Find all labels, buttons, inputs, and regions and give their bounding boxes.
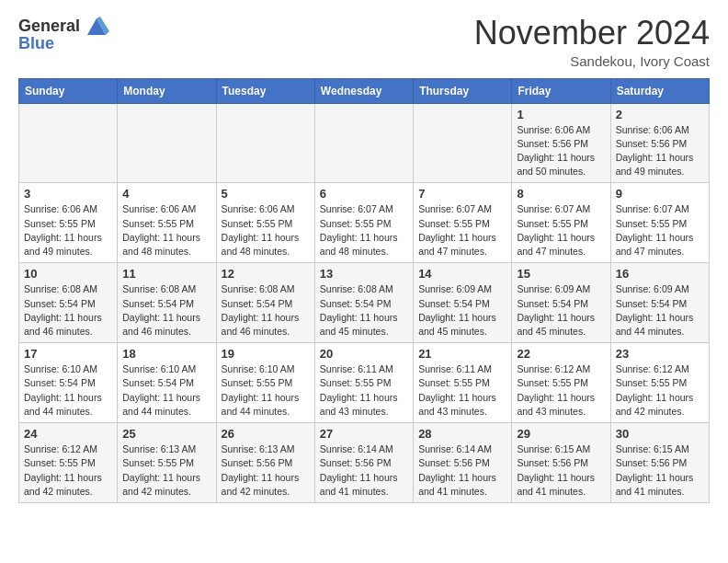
day-detail: Sunrise: 6:07 AMSunset: 5:55 PMDaylight:…: [320, 202, 408, 259]
day-cell: 20Sunrise: 6:11 AMSunset: 5:55 PMDayligh…: [314, 343, 413, 423]
day-cell: 27Sunrise: 6:14 AMSunset: 5:56 PMDayligh…: [314, 423, 413, 503]
day-number: 26: [222, 427, 310, 441]
day-detail: Sunrise: 6:08 AMSunset: 5:54 PMDaylight:…: [122, 282, 210, 339]
day-number: 28: [418, 427, 506, 441]
day-detail: Sunrise: 6:15 AMSunset: 5:56 PMDaylight:…: [517, 442, 605, 499]
day-number: 19: [222, 347, 310, 361]
day-detail: Sunrise: 6:08 AMSunset: 5:54 PMDaylight:…: [24, 282, 112, 339]
day-number: 23: [616, 347, 704, 361]
day-cell: [314, 103, 413, 183]
weekday-header-wednesday: Wednesday: [314, 78, 413, 103]
day-number: 21: [418, 347, 506, 361]
day-number: 24: [24, 427, 112, 441]
day-detail: Sunrise: 6:10 AMSunset: 5:55 PMDaylight:…: [222, 362, 310, 419]
weekday-header-tuesday: Tuesday: [216, 78, 314, 103]
day-cell: 26Sunrise: 6:13 AMSunset: 5:56 PMDayligh…: [216, 423, 314, 503]
day-detail: Sunrise: 6:12 AMSunset: 5:55 PMDaylight:…: [616, 362, 704, 419]
day-detail: Sunrise: 6:07 AMSunset: 5:55 PMDaylight:…: [616, 202, 704, 259]
day-cell: 4Sunrise: 6:06 AMSunset: 5:55 PMDaylight…: [118, 183, 216, 263]
day-cell: [216, 103, 314, 183]
location: Sandekou, Ivory Coast: [474, 53, 710, 69]
day-detail: Sunrise: 6:06 AMSunset: 5:55 PMDaylight:…: [222, 202, 310, 259]
calendar-header: SundayMondayTuesdayWednesdayThursdayFrid…: [19, 78, 710, 103]
title-block: November 2024 Sandekou, Ivory Coast: [474, 15, 710, 69]
day-number: 2: [616, 108, 704, 121]
weekday-header-monday: Monday: [118, 78, 216, 103]
day-detail: Sunrise: 6:11 AMSunset: 5:55 PMDaylight:…: [418, 362, 506, 419]
day-detail: Sunrise: 6:06 AMSunset: 5:55 PMDaylight:…: [24, 202, 112, 259]
day-detail: Sunrise: 6:13 AMSunset: 5:55 PMDaylight:…: [122, 442, 210, 499]
day-number: 17: [24, 347, 112, 361]
calendar-table: SundayMondayTuesdayWednesdayThursdayFrid…: [18, 78, 710, 503]
day-cell: 15Sunrise: 6:09 AMSunset: 5:54 PMDayligh…: [512, 263, 610, 343]
day-detail: Sunrise: 6:08 AMSunset: 5:54 PMDaylight:…: [320, 282, 408, 339]
day-cell: 9Sunrise: 6:07 AMSunset: 5:55 PMDaylight…: [610, 183, 709, 263]
day-number: 15: [517, 267, 605, 281]
day-number: 14: [418, 267, 506, 281]
logo-text: General: [18, 17, 80, 36]
day-cell: 16Sunrise: 6:09 AMSunset: 5:54 PMDayligh…: [610, 263, 709, 343]
day-detail: Sunrise: 6:12 AMSunset: 5:55 PMDaylight:…: [24, 442, 112, 499]
day-detail: Sunrise: 6:07 AMSunset: 5:55 PMDaylight:…: [418, 202, 506, 259]
day-detail: Sunrise: 6:10 AMSunset: 5:54 PMDaylight:…: [122, 362, 210, 419]
week-row-3: 10Sunrise: 6:08 AMSunset: 5:54 PMDayligh…: [19, 263, 710, 343]
day-detail: Sunrise: 6:06 AMSunset: 5:56 PMDaylight:…: [616, 123, 704, 179]
day-number: 8: [517, 187, 605, 201]
day-number: 12: [222, 267, 310, 281]
day-cell: 13Sunrise: 6:08 AMSunset: 5:54 PMDayligh…: [314, 263, 413, 343]
logo: General Blue: [18, 15, 109, 53]
day-detail: Sunrise: 6:09 AMSunset: 5:54 PMDaylight:…: [517, 282, 605, 339]
day-cell: 12Sunrise: 6:08 AMSunset: 5:54 PMDayligh…: [216, 263, 314, 343]
day-detail: Sunrise: 6:07 AMSunset: 5:55 PMDaylight:…: [517, 202, 605, 259]
weekday-header-sunday: Sunday: [19, 78, 118, 103]
day-cell: 19Sunrise: 6:10 AMSunset: 5:55 PMDayligh…: [216, 343, 314, 423]
day-number: 4: [122, 187, 210, 201]
weekday-header-thursday: Thursday: [414, 78, 512, 103]
day-number: 22: [517, 347, 605, 361]
day-cell: 14Sunrise: 6:09 AMSunset: 5:54 PMDayligh…: [414, 263, 512, 343]
day-detail: Sunrise: 6:14 AMSunset: 5:56 PMDaylight:…: [418, 442, 506, 499]
header: General Blue November 2024 Sandekou, Ivo…: [18, 15, 710, 69]
day-number: 20: [320, 347, 408, 361]
day-number: 13: [320, 267, 408, 281]
day-cell: 10Sunrise: 6:08 AMSunset: 5:54 PMDayligh…: [19, 263, 118, 343]
week-row-1: 1Sunrise: 6:06 AMSunset: 5:56 PMDaylight…: [19, 103, 710, 183]
day-number: 18: [122, 347, 210, 361]
day-cell: 5Sunrise: 6:06 AMSunset: 5:55 PMDaylight…: [216, 183, 314, 263]
day-detail: Sunrise: 6:14 AMSunset: 5:56 PMDaylight:…: [320, 442, 408, 499]
day-number: 27: [320, 427, 408, 441]
day-number: 11: [122, 267, 210, 281]
day-cell: 11Sunrise: 6:08 AMSunset: 5:54 PMDayligh…: [118, 263, 216, 343]
day-cell: 6Sunrise: 6:07 AMSunset: 5:55 PMDaylight…: [314, 183, 413, 263]
day-number: 9: [616, 187, 704, 201]
day-number: 3: [24, 187, 112, 201]
day-number: 6: [320, 187, 408, 201]
day-cell: 8Sunrise: 6:07 AMSunset: 5:55 PMDaylight…: [512, 183, 610, 263]
day-cell: 3Sunrise: 6:06 AMSunset: 5:55 PMDaylight…: [19, 183, 118, 263]
logo-icon: [84, 13, 109, 39]
day-cell: 17Sunrise: 6:10 AMSunset: 5:54 PMDayligh…: [19, 343, 118, 423]
day-detail: Sunrise: 6:09 AMSunset: 5:54 PMDaylight:…: [418, 282, 506, 339]
day-cell: [118, 103, 216, 183]
day-number: 5: [222, 187, 310, 201]
weekday-header-saturday: Saturday: [610, 78, 709, 103]
day-number: 30: [616, 427, 704, 441]
day-cell: 2Sunrise: 6:06 AMSunset: 5:56 PMDaylight…: [610, 103, 709, 183]
week-row-4: 17Sunrise: 6:10 AMSunset: 5:54 PMDayligh…: [19, 343, 710, 423]
day-cell: 24Sunrise: 6:12 AMSunset: 5:55 PMDayligh…: [19, 423, 118, 503]
day-cell: 7Sunrise: 6:07 AMSunset: 5:55 PMDaylight…: [414, 183, 512, 263]
day-cell: 18Sunrise: 6:10 AMSunset: 5:54 PMDayligh…: [118, 343, 216, 423]
day-detail: Sunrise: 6:12 AMSunset: 5:55 PMDaylight:…: [517, 362, 605, 419]
day-cell: 1Sunrise: 6:06 AMSunset: 5:56 PMDaylight…: [512, 103, 610, 183]
day-detail: Sunrise: 6:06 AMSunset: 5:56 PMDaylight:…: [517, 123, 605, 179]
day-number: 25: [122, 427, 210, 441]
weekday-header-row: SundayMondayTuesdayWednesdayThursdayFrid…: [19, 78, 710, 103]
day-cell: 30Sunrise: 6:15 AMSunset: 5:56 PMDayligh…: [610, 423, 709, 503]
month-title: November 2024: [474, 15, 710, 52]
day-detail: Sunrise: 6:11 AMSunset: 5:55 PMDaylight:…: [320, 362, 408, 419]
day-number: 29: [517, 427, 605, 441]
day-cell: 25Sunrise: 6:13 AMSunset: 5:55 PMDayligh…: [118, 423, 216, 503]
day-cell: 23Sunrise: 6:12 AMSunset: 5:55 PMDayligh…: [610, 343, 709, 423]
day-cell: 29Sunrise: 6:15 AMSunset: 5:56 PMDayligh…: [512, 423, 610, 503]
day-detail: Sunrise: 6:08 AMSunset: 5:54 PMDaylight:…: [222, 282, 310, 339]
